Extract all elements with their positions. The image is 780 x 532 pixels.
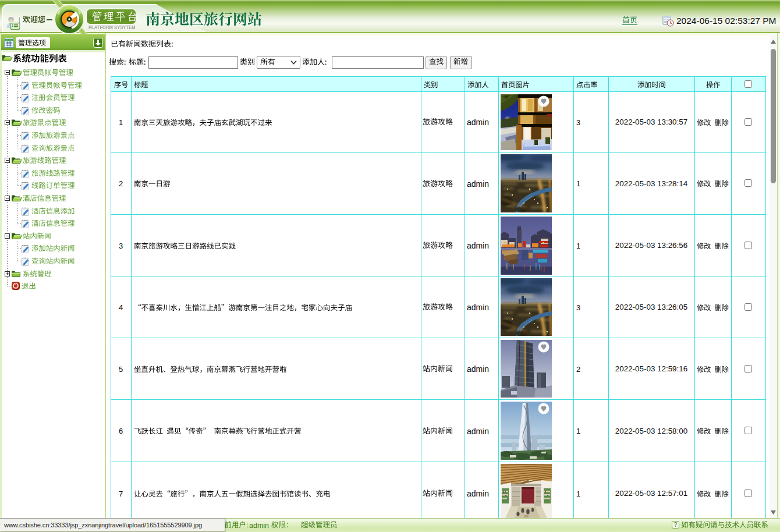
- svg-text:?: ?: [674, 522, 678, 528]
